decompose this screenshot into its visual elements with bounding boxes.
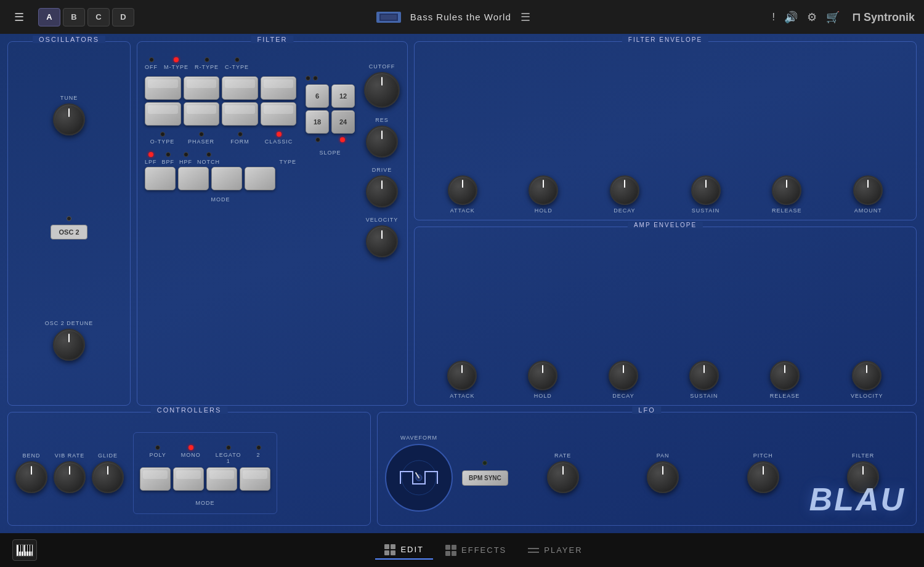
osc2-detune-knob[interactable] [53,329,85,361]
tab-edit[interactable]: EDIT [375,541,433,560]
aenv-decay-knob[interactable] [609,361,638,390]
preset-tab-a[interactable]: A [38,8,60,26]
slope-18-btn[interactable]: 18 [306,110,329,134]
fenv-hold-label: HOLD [535,207,553,214]
tune-knob[interactable] [53,103,85,135]
filter-btn-8[interactable] [261,102,297,126]
poly-btn[interactable] [140,467,171,491]
aenv-decay: DECAY [609,361,638,399]
ctype-col: C-TYPE [225,57,249,70]
preset-tab-c[interactable]: C [87,8,110,26]
aenv-sustain-label: SUSTAIN [690,393,718,399]
alert-icon[interactable]: ! [772,12,775,23]
aenv-velocity-knob[interactable] [852,361,881,390]
bpf-col: BPF [162,152,175,165]
velocity-group: VELOCITY [366,217,399,257]
classic-label: CLASSIC [265,139,293,145]
bpf-mode-btn[interactable] [178,167,209,190]
lfo-pitch-knob[interactable] [747,461,779,493]
lfo-pan-group: PAN [647,452,679,493]
lfo-rate-knob[interactable] [547,461,579,493]
aenv-attack-knob[interactable] [447,361,477,390]
preset-tab-d[interactable]: D [112,8,134,26]
fenv-release-knob[interactable] [772,175,801,205]
tab-effects[interactable]: EFFECTS [436,542,516,559]
bpm-sync-button[interactable]: BPM SYNC [462,470,508,486]
filter-section: FILTER OFF M-TYPE [137,41,408,406]
ctype-label: C-TYPE [225,64,249,70]
top-right-icons: ! 🔊 ⚙ 🛒 ⊓ Syntronik [772,10,915,24]
res-knob[interactable] [366,126,398,158]
fenv-sustain-knob[interactable] [691,175,721,205]
top-bar: ☰ A B C D Bass Rules the World ☰ ! 🔊 ⚙ 🛒… [0,0,924,34]
lpf-mode-btn[interactable] [145,167,176,190]
slope-24-btn[interactable]: 24 [331,110,355,134]
velocity-knob[interactable] [366,225,398,257]
legato2-btn[interactable] [240,467,270,491]
osc2-detune-knob-group: OSC 2 DETUNE [45,320,94,361]
fenv-hold: HOLD [529,175,558,214]
filter-btn-2[interactable] [184,76,220,100]
lfo-pan-knob[interactable] [647,461,679,493]
bend-knob[interactable] [15,461,47,493]
filter-btn-7[interactable] [222,102,258,126]
mono-btn[interactable] [173,467,204,491]
classic-col: CLASSIC [261,132,296,145]
aenv-sustain-knob[interactable] [689,361,719,390]
fenv-hold-knob[interactable] [529,175,558,205]
legato2-col: 2 [256,445,261,464]
cart-icon[interactable]: 🛒 [826,10,840,24]
main-panel: OSCILLATORS TUNE OSC 2 OSC 2 DETUNE FILT… [0,34,924,533]
vibrate-knob[interactable] [54,461,86,493]
otype-col: O-TYPE [145,132,180,145]
legato1-col: LEGATO1 [216,445,241,464]
bend-group: BEND [15,452,47,493]
menu-button[interactable]: ☰ [9,7,29,27]
aenv-hold-knob[interactable] [528,361,557,390]
slope-12-btn[interactable]: 12 [331,84,355,108]
gear-icon[interactable]: ⚙ [807,10,817,24]
oscillators-content: TUNE OSC 2 OSC 2 DETUNE [15,57,123,398]
bottom-bar: EDIT EFFECTS PLAYER [0,533,924,567]
piano-keyboard-icon[interactable] [12,539,37,561]
fenv-decay-knob[interactable] [610,175,639,205]
preset-tab-b[interactable]: B [63,8,85,26]
lfo-waveform-circle[interactable] [385,444,453,512]
filter-btn-4[interactable] [261,76,297,100]
slope-6-btn[interactable]: 6 [306,84,329,108]
osc2-led [67,216,71,221]
drive-knob[interactable] [366,175,398,207]
controllers-content: BEND VIB RATE GLIDE [15,428,363,518]
notch-mode-btn[interactable] [245,167,275,190]
hpf-mode-btn[interactable] [211,167,242,190]
osc2-button[interactable]: OSC 2 [51,225,87,239]
fenv-release-label: RELEASE [772,207,802,214]
glide-knob[interactable] [92,461,124,493]
fenv-amount-knob[interactable] [853,175,883,205]
notch-col: NOTCH [197,152,220,165]
volume-icon[interactable]: 🔊 [784,10,798,24]
legato1-led [226,445,231,450]
aenv-attack-label: ATTACK [450,393,474,399]
cutoff-knob[interactable] [364,72,400,108]
preset-tabs: A B C D [38,8,134,26]
fenv-decay-label: DECAY [614,207,635,214]
svg-rect-20 [384,550,389,555]
legato1-btn[interactable] [206,467,237,491]
velocity-label: VELOCITY [366,217,399,223]
filter-btn-1[interactable] [145,76,181,100]
waveform-label: WAVEFORM [400,435,437,441]
notch-label: NOTCH [197,159,220,165]
phaser-led [199,132,204,137]
filter-btn-3[interactable] [222,76,258,100]
preset-menu-icon[interactable]: ☰ [521,10,530,24]
filter-btn-5[interactable] [145,102,181,126]
aenv-release: RELEASE [770,361,800,399]
controllers-label: CONTROLLERS [151,406,228,414]
fenv-attack-knob[interactable] [448,175,477,205]
aenv-release-knob[interactable] [770,361,800,390]
oscillators-section: OSCILLATORS TUNE OSC 2 OSC 2 DETUNE [7,41,131,406]
filter-btn-6[interactable] [184,102,220,126]
legato2-led [256,445,261,450]
tab-player[interactable]: PLAYER [519,542,591,559]
